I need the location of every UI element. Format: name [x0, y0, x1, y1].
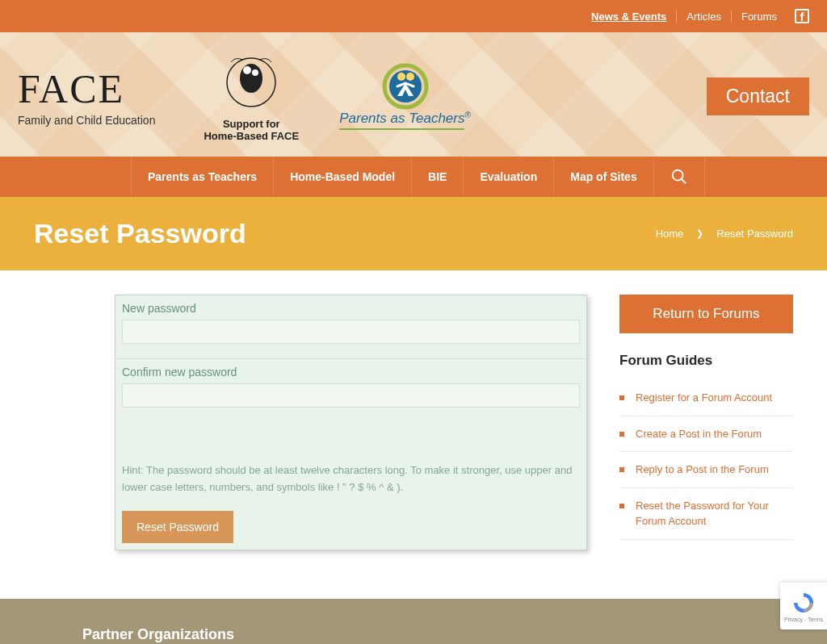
new-password-input[interactable]: [122, 320, 580, 344]
svg-line-9: [681, 179, 686, 184]
reset-password-form: New password Confirm new password Hint: …: [115, 295, 587, 550]
search-icon[interactable]: [654, 157, 705, 197]
bullet-icon: [619, 395, 624, 400]
guide-item-reply[interactable]: Reply to a Post in the Forum: [619, 452, 793, 488]
logo-face[interactable]: FACE Family and Child Education: [18, 65, 155, 127]
main-nav: Parents as Teachers Home-Based Model BIE…: [0, 157, 827, 197]
footer: Partner Organizations: [0, 599, 827, 644]
topbar: News & Events Articles Forums f: [0, 0, 827, 32]
parents-teachers-icon: [381, 62, 430, 111]
breadcrumb-current: Reset Password: [716, 228, 793, 240]
nav-item-bie[interactable]: BIE: [412, 157, 464, 197]
svg-point-2: [243, 66, 251, 74]
contact-button[interactable]: Contact: [707, 77, 809, 115]
label-new-password: New password: [115, 295, 586, 318]
confirm-password-input[interactable]: [122, 383, 580, 408]
titlebar: Reset Password Home ❯ Reset Password: [0, 197, 827, 270]
svg-point-7: [406, 73, 414, 81]
password-hint: Hint: The password should be at least tw…: [115, 422, 586, 504]
nav-item-map-of-sites[interactable]: Map of Sites: [554, 157, 653, 197]
nav-item-home-based-model[interactable]: Home-Based Model: [274, 157, 412, 197]
page-title: Reset Password: [34, 218, 246, 249]
logo-support-line1: Support for: [204, 118, 299, 130]
logo-pat-text: Parents as Teachers: [339, 111, 464, 130]
svg-point-1: [240, 64, 262, 93]
recaptcha-icon: [791, 591, 816, 615]
bullet-icon: [619, 504, 624, 508]
guide-item-create-post[interactable]: Create a Post in the Forum: [619, 416, 793, 453]
guide-link[interactable]: Reply to a Post in the Forum: [636, 462, 769, 478]
bullet-icon: [619, 432, 624, 437]
reset-password-button[interactable]: Reset Password: [122, 511, 233, 543]
bullet-icon: [619, 467, 624, 472]
svg-point-8: [672, 170, 682, 181]
nav-item-evaluation[interactable]: Evaluation: [464, 157, 554, 197]
breadcrumb-home[interactable]: Home: [656, 228, 684, 240]
topbar-link-forums[interactable]: Forums: [732, 10, 787, 23]
guide-link[interactable]: Create a Post in the Forum: [636, 426, 762, 442]
keeping-circle-strong-icon: [219, 50, 283, 115]
svg-point-3: [252, 69, 258, 76]
guide-link[interactable]: Register for a Forum Account: [636, 390, 772, 406]
guide-link[interactable]: Reset the Password for Your Forum Accoun…: [636, 498, 793, 529]
header: FACE Family and Child Education Support …: [18, 32, 809, 157]
label-confirm-password: Confirm new password: [115, 358, 586, 382]
return-to-forums-button[interactable]: Return to Forums: [619, 295, 793, 333]
forum-guides-heading: Forum Guides: [619, 353, 793, 369]
chevron-right-icon: ❯: [696, 228, 703, 239]
guide-item-reset-password[interactable]: Reset the Password for Your Forum Accoun…: [619, 488, 793, 540]
facebook-icon[interactable]: f: [795, 9, 809, 23]
topbar-link-articles[interactable]: Articles: [677, 10, 732, 23]
logo-parents-as-teachers[interactable]: Parents as Teachers®: [339, 62, 471, 130]
svg-point-6: [397, 73, 405, 81]
recaptcha-text: Privacy - Terms: [784, 617, 823, 622]
breadcrumb: Home ❯ Reset Password: [656, 228, 793, 240]
forum-guides-list: Register for a Forum Account Create a Po…: [619, 380, 793, 540]
logo-support[interactable]: Support for Home-Based FACE: [204, 50, 299, 142]
topbar-link-news[interactable]: News & Events: [581, 10, 677, 23]
content: New password Confirm new password Hint: …: [0, 270, 827, 599]
recaptcha-badge[interactable]: Privacy - Terms: [780, 583, 827, 629]
logo-face-subtitle: Family and Child Education: [18, 114, 155, 127]
footer-partner-heading: Partner Organizations: [82, 626, 745, 643]
nav-item-parents-as-teachers[interactable]: Parents as Teachers: [131, 157, 274, 197]
logo-face-text: FACE: [18, 65, 155, 112]
logo-support-line2: Home-Based FACE: [204, 130, 299, 142]
guide-item-register[interactable]: Register for a Forum Account: [619, 380, 793, 416]
